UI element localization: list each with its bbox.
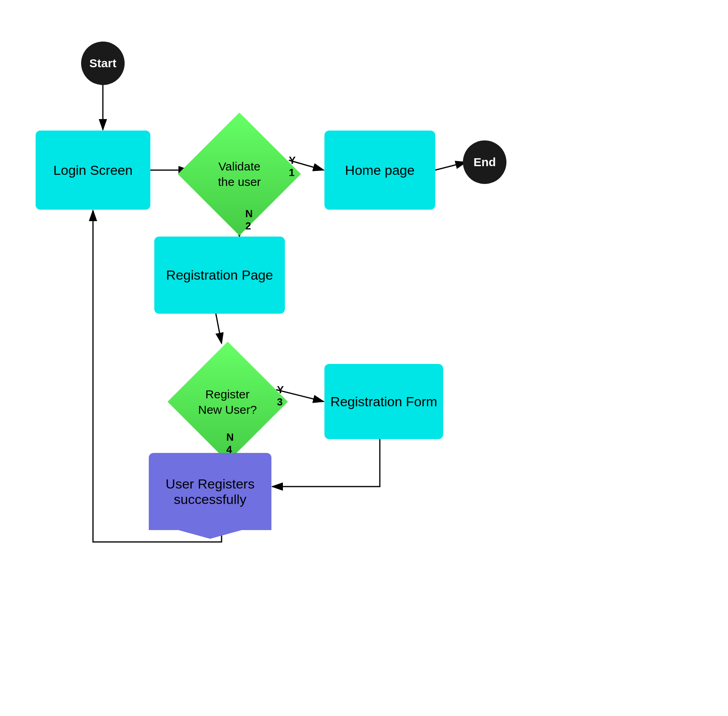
- success-node: User Registerssuccessfully: [149, 453, 271, 530]
- regform-label: Registration Form: [330, 394, 437, 409]
- registration-page-node: Registration Page: [154, 237, 285, 314]
- y3-label: Y3: [277, 384, 284, 408]
- n4-label: N4: [226, 431, 234, 456]
- end-node: End: [463, 140, 506, 184]
- svg-line-6: [216, 313, 222, 343]
- regpage-label: Registration Page: [166, 267, 273, 283]
- login-screen-node: Login Screen: [36, 131, 150, 210]
- homepage-label: Home page: [345, 163, 415, 178]
- login-label: Login Screen: [53, 163, 133, 178]
- diagram-container: Start Login Screen Validatethe user Home…: [0, 0, 728, 716]
- start-label: Start: [89, 57, 116, 70]
- validate-node: Validatethe user: [174, 109, 305, 239]
- homepage-node: Home page: [324, 131, 435, 210]
- validate-label: Validatethe user: [218, 159, 261, 189]
- success-label: User Registerssuccessfully: [166, 476, 255, 507]
- y1-label: Y1: [289, 154, 296, 179]
- arrows-svg: [0, 0, 728, 716]
- start-node: Start: [81, 42, 125, 85]
- svg-line-4: [435, 162, 466, 170]
- registration-form-node: Registration Form: [324, 364, 443, 439]
- regnew-label: RegisterNew User?: [198, 386, 257, 417]
- end-label: End: [474, 155, 496, 169]
- n2-label: N2: [245, 208, 253, 232]
